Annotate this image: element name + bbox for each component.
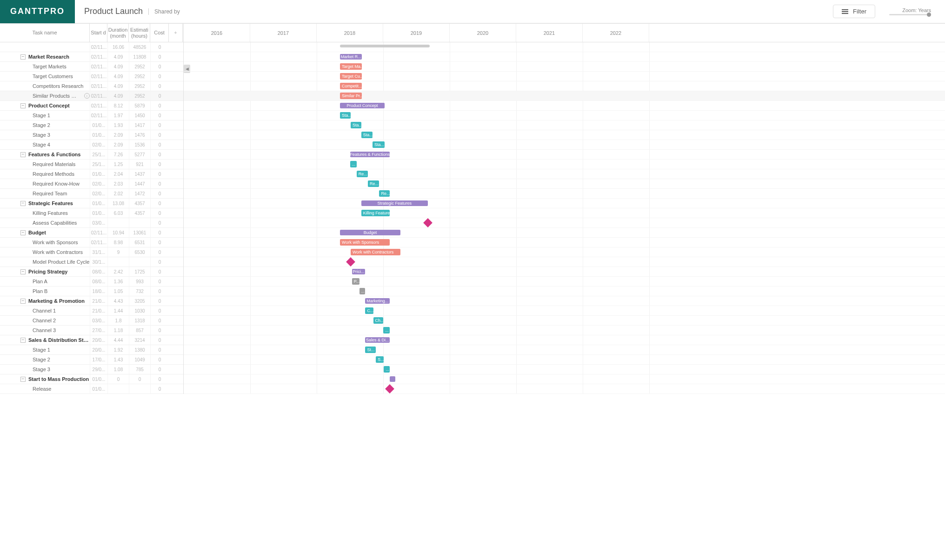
gantt-row[interactable]: Market R...: [184, 52, 945, 62]
gantt-row[interactable]: [184, 257, 945, 267]
cell-estimate[interactable]: 5277: [129, 150, 150, 159]
gantt-row[interactable]: Budget: [184, 228, 945, 238]
task-row[interactable]: Stage 102/11...1.9714500: [0, 111, 183, 120]
gantt-row[interactable]: P...: [184, 277, 945, 287]
collapse-toggle[interactable]: −: [20, 338, 26, 343]
gantt-bar[interactable]: C...: [365, 307, 373, 314]
cell-start[interactable]: 01/0...: [90, 130, 107, 140]
cell-estimate[interactable]: 732: [129, 287, 150, 296]
task-row[interactable]: Required Materials25/1...1.259210: [0, 160, 183, 169]
cell-start[interactable]: 02/11...: [90, 238, 107, 247]
cell-cost[interactable]: 0: [150, 365, 169, 374]
cell-duration[interactable]: [107, 218, 129, 227]
cell-duration[interactable]: 8.12: [107, 101, 129, 110]
task-row[interactable]: −Budget02/11...10.94130610: [0, 228, 183, 238]
collapse-toggle[interactable]: −: [20, 377, 26, 382]
cell-duration[interactable]: 1.25: [107, 160, 129, 169]
task-row[interactable]: −Pricing Strategy08/0...2.4217250: [0, 267, 183, 277]
gantt-row[interactable]: S...: [184, 355, 945, 365]
task-row[interactable]: Plan A08/0...1.369930: [0, 277, 183, 287]
info-icon[interactable]: i: [84, 93, 90, 99]
cell-duration[interactable]: 0: [107, 374, 129, 384]
milestone-marker[interactable]: [385, 384, 394, 393]
cell-cost[interactable]: 0: [150, 228, 169, 237]
task-row[interactable]: Stage 120/0...1.9213800: [0, 345, 183, 355]
cell-cost[interactable]: 0: [150, 345, 169, 354]
cell-estimate[interactable]: 2952: [129, 72, 150, 81]
gantt-row[interactable]: Work with Contractors: [184, 247, 945, 257]
gantt-bar[interactable]: St...: [365, 347, 376, 353]
cell-cost[interactable]: 0: [150, 384, 169, 393]
gantt-bar[interactable]: Re...: [368, 180, 379, 187]
cell-estimate[interactable]: 13061: [129, 228, 150, 237]
task-row[interactable]: Work with Contractors31/1...965300: [0, 247, 183, 257]
cell-start[interactable]: 08/0...: [90, 267, 107, 276]
gantt-bar[interactable]: P...: [352, 278, 359, 285]
cell-estimate[interactable]: 6530: [129, 247, 150, 257]
timeline-header[interactable]: 2016201720182019202020212022: [184, 24, 945, 42]
task-row[interactable]: Stage 402/0...2.0915360: [0, 140, 183, 150]
task-row[interactable]: Assess Capabilities03/0...0: [0, 218, 183, 228]
cell-duration[interactable]: 9: [107, 247, 129, 257]
cell-start[interactable]: 02/11...: [90, 72, 107, 81]
task-row[interactable]: −Product Concept02/11...8.1258790: [0, 101, 183, 111]
cell-start[interactable]: 03/0...: [90, 218, 107, 227]
task-row[interactable]: Stage 217/0...1.4310490: [0, 355, 183, 365]
zoom-slider[interactable]: [889, 14, 931, 15]
cell-duration[interactable]: 6.03: [107, 208, 129, 218]
year-cell[interactable]: 2016: [184, 24, 250, 42]
milestone-marker[interactable]: [423, 218, 433, 227]
cell-estimate[interactable]: 1437: [129, 169, 150, 179]
cell-cost[interactable]: 0: [150, 42, 169, 52]
cell-cost[interactable]: 0: [150, 62, 169, 71]
col-cost-header[interactable]: Cost: [150, 24, 169, 42]
cell-start[interactable]: 01/0...: [90, 169, 107, 179]
gantt-row[interactable]: Sta...: [184, 120, 945, 130]
gantt-row[interactable]: Re...: [184, 189, 945, 199]
cell-estimate[interactable]: [129, 384, 150, 393]
cell-duration[interactable]: 2.42: [107, 267, 129, 276]
gantt-bar[interactable]: Target Cu...: [340, 73, 362, 80]
task-row[interactable]: −Start to Mass Production01/0...000: [0, 374, 183, 384]
cell-cost[interactable]: 0: [150, 218, 169, 227]
cell-start[interactable]: 25/1...: [90, 160, 107, 169]
cell-start[interactable]: 17/0...: [90, 355, 107, 364]
gantt-bar[interactable]: Target Ma...: [340, 63, 362, 70]
cell-start[interactable]: 02/0...: [90, 140, 107, 149]
gantt-bar[interactable]: Sta...: [340, 112, 351, 119]
cell-estimate[interactable]: 1450: [129, 111, 150, 120]
milestone-marker[interactable]: [346, 257, 355, 267]
col-duration-header[interactable]: Duration (month: [107, 24, 129, 42]
cell-duration[interactable]: 4.09: [107, 91, 129, 100]
task-row[interactable]: −Strategic Features01/0...13.0843570: [0, 199, 183, 208]
gantt-row[interactable]: Features & Functions: [184, 150, 945, 160]
task-row[interactable]: Release01/0...0: [0, 384, 183, 394]
cell-estimate[interactable]: 1318: [129, 316, 150, 325]
cell-start[interactable]: 02/11...: [90, 52, 107, 61]
collapse-toggle[interactable]: −: [20, 103, 26, 108]
cell-start[interactable]: 31/1...: [90, 247, 107, 257]
cell-cost[interactable]: 0: [150, 160, 169, 169]
gantt-bar[interactable]: [390, 376, 395, 382]
gantt-bar[interactable]: Re...: [357, 171, 368, 177]
cell-cost[interactable]: 0: [150, 247, 169, 257]
task-row[interactable]: 02/11...16.06485260: [0, 42, 183, 52]
cell-cost[interactable]: 0: [150, 72, 169, 81]
cell-estimate[interactable]: 1447: [129, 179, 150, 188]
cell-duration[interactable]: 1.18: [107, 326, 129, 335]
cell-duration[interactable]: 1.43: [107, 355, 129, 364]
gantt-bar[interactable]: ...: [350, 161, 357, 167]
cell-start[interactable]: 02/11...: [90, 111, 107, 120]
gantt-bar[interactable]: Prici...: [352, 269, 366, 274]
gantt-bar[interactable]: Work with Contractors: [351, 249, 400, 255]
gantt-bar[interactable]: Sta...: [373, 141, 385, 148]
cell-cost[interactable]: 0: [150, 306, 169, 315]
task-row[interactable]: −Sales & Distribution Strategy20/0...4.4…: [0, 335, 183, 345]
cell-duration[interactable]: 4.09: [107, 72, 129, 81]
gantt-bar[interactable]: Similar Pr...: [340, 93, 362, 99]
gantt-row[interactable]: Competit...: [184, 81, 945, 91]
task-row[interactable]: Target Markets02/11...4.0929520: [0, 62, 183, 72]
task-row[interactable]: Stage 301/0...2.0914760: [0, 130, 183, 140]
zoom-control[interactable]: Zoom: Years: [889, 7, 931, 15]
cell-cost[interactable]: 0: [150, 140, 169, 149]
